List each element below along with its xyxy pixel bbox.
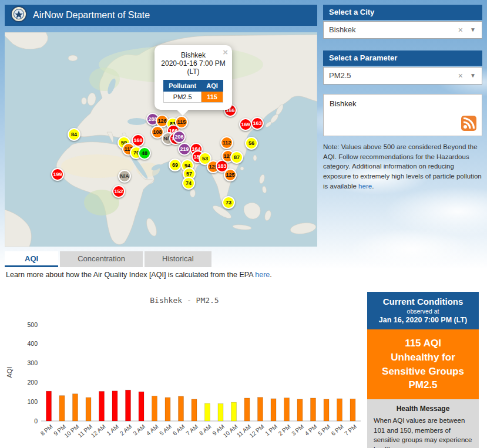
aqi-marker[interactable]: 73: [222, 196, 235, 209]
select-city-header: Select a City: [323, 5, 482, 20]
aqi-bar: [192, 399, 197, 421]
aqi-bar-chart: Bishkek - PM2.5 AQI 01002003004005008 PM…: [5, 288, 364, 447]
popup-pollutant-value: PM2.5: [164, 92, 201, 103]
tab-aqi[interactable]: AQI: [5, 251, 58, 267]
popup-city: Bishkek: [158, 51, 229, 59]
popup-tail: [177, 110, 189, 116]
aqi-bar: [126, 390, 131, 421]
aqi-marker[interactable]: 84: [68, 128, 80, 141]
app-header: AirNow Department of State: [5, 5, 317, 26]
x-tick-label: 7 PM: [343, 423, 358, 437]
x-tick-label: 1 PM: [264, 423, 278, 437]
parameter-select[interactable]: PM2.5 × ▼: [323, 67, 482, 85]
x-tick-label: 12 PM: [248, 423, 265, 439]
aqi-bar: [59, 396, 65, 421]
aqi-bar: [73, 394, 78, 421]
aqi-bar: [86, 398, 91, 421]
chevron-down-icon[interactable]: ▼: [470, 68, 476, 84]
chevron-down-icon[interactable]: ▼: [470, 22, 476, 38]
x-tick-label: 1 AM: [106, 423, 120, 437]
x-tick-label: 3 AM: [132, 423, 147, 437]
x-tick-label: 2 AM: [119, 423, 133, 437]
select-parameter-header: Select a Parameter: [323, 50, 482, 66]
aqi-bar: [152, 396, 157, 421]
popup-datetime: 2020-01-16 7:00 PM (LT): [158, 59, 229, 76]
aqi-marker[interactable]: 87: [230, 151, 243, 164]
note-here-link[interactable]: here: [358, 183, 372, 190]
aqi-marker[interactable]: 152: [112, 185, 125, 198]
aqi-marker[interactable]: 112: [220, 136, 233, 149]
y-tick-label: 300: [27, 359, 38, 366]
y-tick-label: 100: [27, 398, 38, 405]
tab-historical[interactable]: Historical: [145, 251, 211, 267]
tab-bar: AQI Concentration Historical: [5, 251, 211, 267]
popup-close-icon[interactable]: ×: [223, 47, 228, 57]
chart-ylabel: AQI: [6, 337, 13, 407]
x-tick-label: 12 AM: [90, 423, 107, 439]
x-tick-label: 6 AM: [172, 423, 186, 437]
x-tick-label: 10 AM: [222, 423, 239, 439]
aqi-marker[interactable]: 206: [173, 130, 186, 143]
aqi-bar: [244, 398, 250, 421]
note-suffix: .: [372, 183, 374, 190]
aqi-bar: [165, 398, 170, 421]
city-select-value: Bishkek: [329, 25, 356, 34]
popup-col-aqi: AQI: [201, 80, 223, 92]
page-title: AirNow Department of State: [33, 10, 150, 21]
x-tick-label: 11 PM: [76, 423, 93, 439]
aqi-marker[interactable]: 219: [178, 143, 191, 156]
clear-city-icon[interactable]: ×: [458, 22, 463, 38]
aqi-bar: [218, 403, 223, 421]
aqi-bar: [99, 391, 105, 421]
popup-col-pollutant: Pollutant: [164, 80, 201, 92]
cc-aqi-block: 115 AQI Unhealthy for Sensitive Groups P…: [367, 329, 479, 399]
cc-health-block: Health Message When AQI values are betwe…: [367, 399, 479, 448]
health-message-header: Health Message: [367, 399, 479, 416]
aqi-marker[interactable]: 125: [224, 169, 237, 181]
chart-plot: 01002003004005008 PM9 PM10 PM11 PM12 AM1…: [5, 288, 364, 447]
x-tick-label: 2 PM: [277, 423, 292, 437]
cc-observed-label: observed at: [370, 308, 476, 315]
x-tick-label: 4 PM: [304, 423, 318, 437]
map-popup: × Bishkek 2020-01-16 7:00 PM (LT) Pollut…: [155, 45, 232, 110]
aqi-marker[interactable]: 74: [182, 177, 195, 190]
parameter-select-value: PM2.5: [329, 71, 351, 80]
aqi-marker[interactable]: 56: [245, 137, 258, 150]
aqi-bar: [179, 396, 184, 421]
popup-table: Pollutant AQI PM2.5 115: [163, 80, 223, 103]
epa-here-link[interactable]: here: [255, 271, 270, 279]
y-tick-label: 400: [27, 340, 38, 347]
aqi-bar: [284, 398, 290, 421]
aqi-bar: [258, 398, 263, 421]
aqi-marker[interactable]: 163: [251, 117, 264, 130]
aqi-marker[interactable]: 169: [239, 118, 252, 131]
x-tick-label: 5 PM: [317, 423, 331, 437]
city-select[interactable]: Bishkek × ▼: [323, 21, 482, 39]
y-tick-label: 0: [34, 417, 38, 425]
aqi-bar: [350, 399, 355, 421]
department-of-state-seal-icon: [11, 6, 27, 25]
cc-aqi-category: Unhealthy for Sensitive Groups: [375, 351, 471, 379]
chart-title: Bishkek - PM2.5: [5, 296, 364, 305]
clear-parameter-icon[interactable]: ×: [458, 68, 463, 84]
aqi-marker[interactable]: 48: [138, 147, 151, 160]
aqi-marker[interactable]: 69: [169, 159, 182, 171]
current-conditions-panel: Current Conditions observed at Jan 16, 2…: [367, 292, 479, 448]
learn-more-text: Learn more about how the Air Quality Ind…: [6, 271, 272, 279]
x-tick-label: 7 AM: [185, 423, 200, 437]
y-tick-label: 500: [27, 321, 38, 328]
aqi-bar: [139, 392, 144, 421]
learn-more-sentence: Learn more about how the Air Quality Ind…: [6, 271, 255, 279]
rss-feed-icon[interactable]: [461, 116, 476, 131]
aqi-marker[interactable]: 115: [175, 116, 188, 129]
aqi-bar: [337, 399, 342, 421]
x-tick-label: 6 PM: [330, 423, 345, 437]
aqi-marker[interactable]: 199: [51, 168, 64, 181]
aqi-bar: [231, 402, 237, 421]
cc-observed-time: Jan 16, 2020 7:00 PM (LT): [370, 316, 476, 324]
aqi-marker[interactable]: N/A: [118, 170, 131, 183]
y-tick-label: 200: [27, 379, 38, 386]
learn-more-suffix: .: [270, 271, 271, 279]
world-aqi-map[interactable]: 2881268459168117704810883166N/A166206219…: [5, 32, 317, 247]
tab-concentration[interactable]: Concentration: [60, 251, 143, 267]
